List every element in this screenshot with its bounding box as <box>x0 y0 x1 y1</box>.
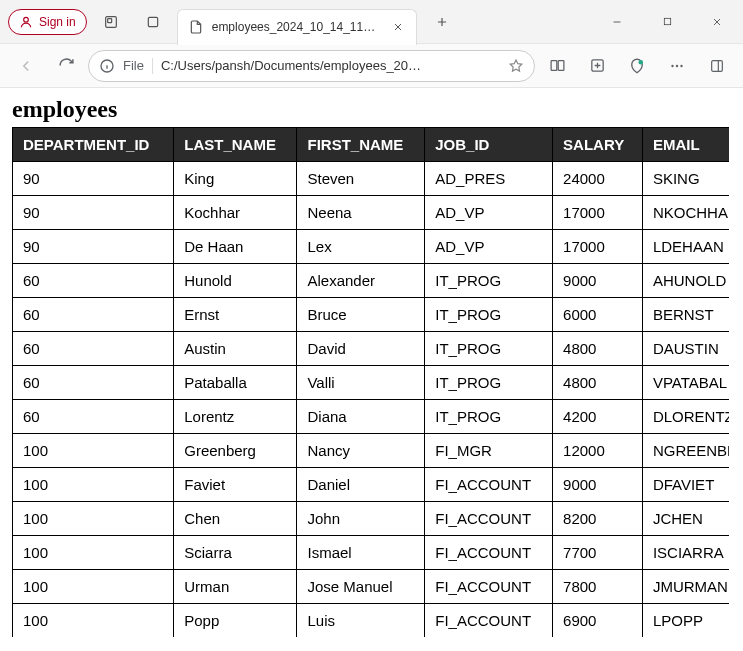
table-cell: 8200 <box>553 502 643 536</box>
table-cell: 90 <box>13 230 174 264</box>
table-cell: FI_MGR <box>425 434 553 468</box>
page-heading: employees <box>12 96 717 123</box>
table-cell: 100 <box>13 468 174 502</box>
table-cell: King <box>174 162 297 196</box>
table-cell: Urman <box>174 570 297 604</box>
table-cell: FI_ACCOUNT <box>425 468 553 502</box>
table-cell: John <box>297 502 425 536</box>
table-cell: IT_PROG <box>425 264 553 298</box>
table-cell: 90 <box>13 162 174 196</box>
table-cell: 60 <box>13 264 174 298</box>
table-cell: Pataballa <box>174 366 297 400</box>
browser-essentials-button[interactable] <box>619 50 655 82</box>
svg-point-10 <box>671 64 673 66</box>
table-row: 90KingStevenAD_PRES24000SKING <box>13 162 730 196</box>
svg-point-11 <box>676 64 678 66</box>
employees-table: DEPARTMENT_IDLAST_NAMEFIRST_NAMEJOB_IDSA… <box>12 127 729 637</box>
sidebar-toggle-button[interactable] <box>699 50 735 82</box>
table-cell: SKING <box>642 162 729 196</box>
table-cell: 9000 <box>553 264 643 298</box>
table-row: 100FavietDanielFI_ACCOUNT9000DFAVIET108 <box>13 468 730 502</box>
table-header-cell: JOB_ID <box>425 128 553 162</box>
table-row: 90De HaanLexAD_VP17000LDEHAAN100 <box>13 230 730 264</box>
separator <box>152 58 153 74</box>
table-cell: IT_PROG <box>425 366 553 400</box>
table-row: 60PataballaValliIT_PROG4800VPATABAL103 <box>13 366 730 400</box>
table-header-cell: DEPARTMENT_ID <box>13 128 174 162</box>
svg-point-0 <box>24 17 29 22</box>
table-cell: LPOPP <box>642 604 729 638</box>
svg-point-9 <box>639 60 644 65</box>
table-cell: NGREENBE <box>642 434 729 468</box>
table-row: 60AustinDavidIT_PROG4800DAUSTIN103 <box>13 332 730 366</box>
table-cell: Diana <box>297 400 425 434</box>
browser-tab-active[interactable]: employees_2024_10_14_11_23_36 <box>177 9 417 45</box>
table-row: 60HunoldAlexanderIT_PROG9000AHUNOLD102 <box>13 264 730 298</box>
table-row: 90KochharNeenaAD_VP17000NKOCHHAR100 <box>13 196 730 230</box>
address-bar[interactable]: File C:/Users/pansh/Documents/employees_… <box>88 50 535 82</box>
more-button[interactable] <box>659 50 695 82</box>
table-cell: LDEHAAN <box>642 230 729 264</box>
table-row: 100PoppLuisFI_ACCOUNT6900LPOPP108 <box>13 604 730 638</box>
refresh-button[interactable] <box>48 50 84 82</box>
window-maximize-button[interactable] <box>645 6 689 38</box>
avatar-icon <box>19 15 33 29</box>
table-cell: 100 <box>13 502 174 536</box>
table-cell: Daniel <box>297 468 425 502</box>
collections-button[interactable] <box>579 50 615 82</box>
file-icon <box>188 19 204 35</box>
window-minimize-button[interactable] <box>595 6 639 38</box>
svg-rect-13 <box>712 60 723 71</box>
table-cell: Ernst <box>174 298 297 332</box>
back-button[interactable] <box>8 50 44 82</box>
table-cell: Kochhar <box>174 196 297 230</box>
table-cell: VPATABAL <box>642 366 729 400</box>
table-cell: Lorentz <box>174 400 297 434</box>
url-scheme: File <box>123 58 144 73</box>
table-cell: NKOCHHAR <box>642 196 729 230</box>
table-cell: 17000 <box>553 196 643 230</box>
svg-point-12 <box>680 64 682 66</box>
table-cell: 60 <box>13 400 174 434</box>
table-cell: 100 <box>13 570 174 604</box>
table-row: 100GreenbergNancyFI_MGR12000NGREENBE101 <box>13 434 730 468</box>
table-cell: AD_PRES <box>425 162 553 196</box>
tab-close-button[interactable] <box>390 18 406 36</box>
table-cell: 90 <box>13 196 174 230</box>
page-info-icon[interactable] <box>99 58 115 74</box>
tab-actions-button[interactable] <box>135 6 171 38</box>
table-cell: Jose Manuel <box>297 570 425 604</box>
table-row: 60ErnstBruceIT_PROG6000BERNST103 <box>13 298 730 332</box>
split-screen-button[interactable] <box>539 50 575 82</box>
table-cell: De Haan <box>174 230 297 264</box>
signin-label: Sign in <box>39 15 76 29</box>
workspaces-button[interactable] <box>93 6 129 38</box>
table-cell: Faviet <box>174 468 297 502</box>
table-cell: 4800 <box>553 332 643 366</box>
favorite-button[interactable] <box>504 54 528 78</box>
table-cell: ISCIARRA <box>642 536 729 570</box>
tab-title: employees_2024_10_14_11_23_36 <box>212 20 382 34</box>
table-cell: 12000 <box>553 434 643 468</box>
window-close-button[interactable] <box>695 6 739 38</box>
table-cell: 100 <box>13 536 174 570</box>
table-cell: DLORENTZ <box>642 400 729 434</box>
table-cell: Chen <box>174 502 297 536</box>
table-cell: Sciarra <box>174 536 297 570</box>
svg-rect-3 <box>148 17 157 26</box>
titlebar: Sign in employees_2024_10_14_11_23_36 <box>0 0 743 44</box>
table-cell: AHUNOLD <box>642 264 729 298</box>
table-cell: 4200 <box>553 400 643 434</box>
svg-rect-7 <box>558 61 564 71</box>
table-cell: Luis <box>297 604 425 638</box>
table-header-cell: SALARY <box>553 128 643 162</box>
table-row: 100ChenJohnFI_ACCOUNT8200JCHEN108 <box>13 502 730 536</box>
table-cell: Austin <box>174 332 297 366</box>
new-tab-button[interactable] <box>427 7 457 37</box>
table-cell: JCHEN <box>642 502 729 536</box>
table-row: 100UrmanJose ManuelFI_ACCOUNT7800JMURMAN… <box>13 570 730 604</box>
table-cell: FI_ACCOUNT <box>425 536 553 570</box>
table-cell: Valli <box>297 366 425 400</box>
signin-button[interactable]: Sign in <box>8 9 87 35</box>
page-scroll[interactable]: employees DEPARTMENT_IDLAST_NAMEFIRST_NA… <box>0 88 729 637</box>
